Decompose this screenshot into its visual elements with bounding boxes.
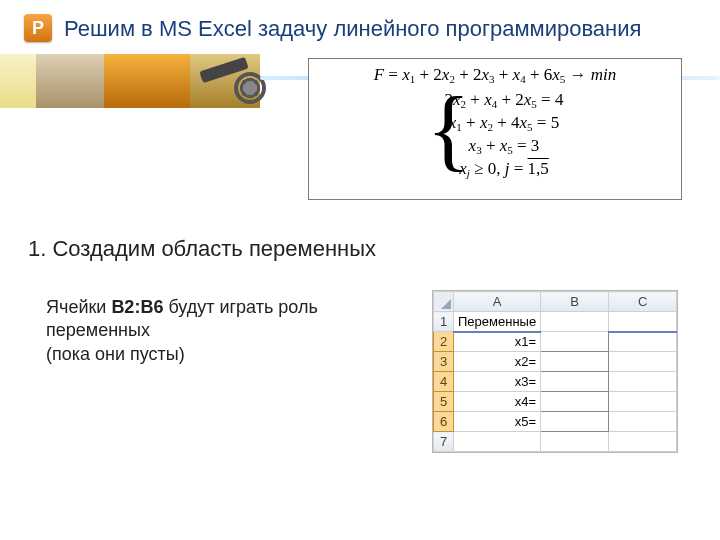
row-header-5[interactable]: 5	[434, 392, 454, 412]
col-header-C[interactable]: C	[609, 292, 677, 312]
cell-range: B2:B6	[111, 297, 163, 317]
cell-A7[interactable]	[454, 432, 541, 452]
cell-B6[interactable]	[541, 412, 609, 432]
cell-B2[interactable]	[541, 332, 609, 352]
cell-A5[interactable]: x4=	[454, 392, 541, 412]
decorative-ribbon	[0, 54, 340, 108]
app-icon: P	[24, 14, 52, 42]
para-note: (пока они пусты)	[46, 344, 185, 364]
col-header-A[interactable]: A	[454, 292, 541, 312]
cell-C4[interactable]	[609, 372, 677, 392]
objective-function: F = x1 + 2x2 + 2x3 + x4 + 6x5 → min	[309, 65, 681, 85]
row-header-3[interactable]: 3	[434, 352, 454, 372]
row-header-4[interactable]: 4	[434, 372, 454, 392]
cell-A4[interactable]: x3=	[454, 372, 541, 392]
row-header-1[interactable]: 1	[434, 312, 454, 332]
cell-C2[interactable]	[609, 332, 677, 352]
col-header-B[interactable]: B	[541, 292, 609, 312]
cell-A1[interactable]: Переменные	[454, 312, 541, 332]
cell-A6[interactable]: x5=	[454, 412, 541, 432]
cell-C3[interactable]	[609, 352, 677, 372]
cell-C7[interactable]	[609, 432, 677, 452]
cell-C5[interactable]	[609, 392, 677, 412]
page-title: Решим в MS Excel задачу линейного програ…	[64, 16, 641, 42]
cell-C6[interactable]	[609, 412, 677, 432]
cell-C1[interactable]	[609, 312, 677, 332]
row-header-2[interactable]: 2	[434, 332, 454, 352]
cell-B5[interactable]	[541, 392, 609, 412]
excel-preview: ABC1Переменные2x1=3x2=4x3=5x4=6x5=7	[432, 290, 678, 453]
description-paragraph: Ячейки B2:B6 будут играть роль переменны…	[46, 296, 386, 366]
step-heading: 1. Создадим область переменных	[28, 236, 376, 262]
cell-A2[interactable]: x1=	[454, 332, 541, 352]
para-prefix: Ячейки	[46, 297, 111, 317]
row-header-6[interactable]: 6	[434, 412, 454, 432]
formula-box: F = x1 + 2x2 + 2x3 + x4 + 6x5 → min { 2x…	[308, 58, 682, 200]
cell-B1[interactable]	[541, 312, 609, 332]
cell-B7[interactable]	[541, 432, 609, 452]
cell-B4[interactable]	[541, 372, 609, 392]
cell-B3[interactable]	[541, 352, 609, 372]
constraint-system: { 2x2 + x4 + 2x5 = 4x1 + x2 + 4x5 = 5x3 …	[427, 89, 564, 181]
select-all-corner[interactable]	[434, 292, 454, 312]
cell-A3[interactable]: x2=	[454, 352, 541, 372]
row-header-7[interactable]: 7	[434, 432, 454, 452]
